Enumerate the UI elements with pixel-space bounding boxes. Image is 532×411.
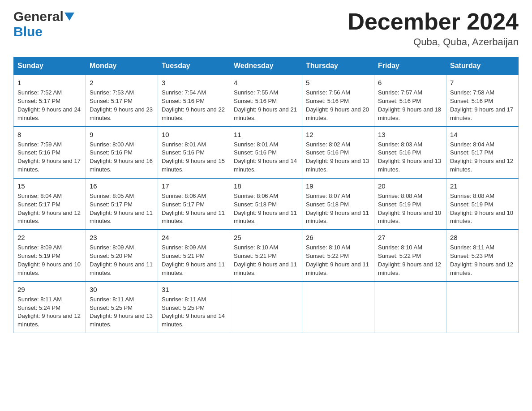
day-number: 16 bbox=[90, 181, 154, 191]
day-info: Sunrise: 7:52 AMSunset: 5:17 PMDaylight:… bbox=[17, 89, 81, 121]
day-number: 20 bbox=[378, 181, 442, 191]
day-number: 14 bbox=[450, 130, 515, 139]
day-number: 22 bbox=[17, 233, 82, 242]
table-row: 25Sunrise: 8:10 AMSunset: 5:21 PMDayligh… bbox=[230, 230, 302, 281]
day-info: Sunrise: 7:54 AMSunset: 5:16 PMDaylight:… bbox=[162, 89, 225, 121]
table-row: 29Sunrise: 8:11 AMSunset: 5:24 PMDayligh… bbox=[14, 282, 86, 333]
table-row: 26Sunrise: 8:10 AMSunset: 5:22 PMDayligh… bbox=[302, 230, 374, 281]
day-info: Sunrise: 8:06 AMSunset: 5:18 PMDaylight:… bbox=[234, 193, 297, 225]
day-number: 30 bbox=[90, 285, 154, 294]
calendar-week-row: 1Sunrise: 7:52 AMSunset: 5:17 PMDaylight… bbox=[14, 75, 519, 126]
day-number: 17 bbox=[162, 181, 226, 191]
col-sunday: Sunday bbox=[14, 57, 86, 75]
logo-triangle-icon bbox=[64, 13, 74, 22]
day-info: Sunrise: 8:11 AMSunset: 5:23 PMDaylight:… bbox=[450, 244, 513, 276]
table-row: 17Sunrise: 8:06 AMSunset: 5:17 PMDayligh… bbox=[158, 178, 230, 230]
day-info: Sunrise: 8:11 AMSunset: 5:25 PMDaylight:… bbox=[90, 296, 153, 328]
day-number: 13 bbox=[378, 130, 442, 139]
day-number: 31 bbox=[162, 285, 226, 294]
table-row: 16Sunrise: 8:05 AMSunset: 5:17 PMDayligh… bbox=[86, 178, 158, 230]
day-info: Sunrise: 8:08 AMSunset: 5:19 PMDaylight:… bbox=[378, 193, 441, 225]
day-number: 8 bbox=[17, 130, 82, 139]
day-number: 12 bbox=[306, 130, 370, 139]
day-info: Sunrise: 8:03 AMSunset: 5:16 PMDaylight:… bbox=[378, 141, 441, 173]
table-row bbox=[230, 282, 302, 333]
day-number: 5 bbox=[306, 78, 370, 87]
day-number: 26 bbox=[306, 233, 370, 242]
day-info: Sunrise: 8:11 AMSunset: 5:25 PMDaylight:… bbox=[162, 296, 225, 328]
calendar-week-row: 15Sunrise: 8:04 AMSunset: 5:17 PMDayligh… bbox=[14, 178, 519, 230]
day-number: 6 bbox=[378, 78, 442, 87]
table-row: 23Sunrise: 8:09 AMSunset: 5:20 PMDayligh… bbox=[86, 230, 158, 281]
table-row: 5Sunrise: 7:56 AMSunset: 5:16 PMDaylight… bbox=[302, 75, 374, 126]
page-header: General Blue December 2024 Quba, Quba, A… bbox=[13, 9, 519, 48]
table-row: 15Sunrise: 8:04 AMSunset: 5:17 PMDayligh… bbox=[14, 178, 86, 230]
day-number: 9 bbox=[90, 130, 154, 139]
month-title: December 2024 bbox=[348, 9, 519, 34]
day-info: Sunrise: 7:56 AMSunset: 5:16 PMDaylight:… bbox=[306, 89, 369, 121]
calendar-body: 1Sunrise: 7:52 AMSunset: 5:17 PMDaylight… bbox=[14, 75, 519, 333]
day-number: 29 bbox=[17, 285, 82, 294]
day-info: Sunrise: 8:04 AMSunset: 5:17 PMDaylight:… bbox=[17, 193, 81, 225]
day-number: 2 bbox=[90, 78, 154, 87]
table-row: 19Sunrise: 8:07 AMSunset: 5:18 PMDayligh… bbox=[302, 178, 374, 230]
logo-blue-text: Blue bbox=[13, 24, 43, 39]
day-info: Sunrise: 8:10 AMSunset: 5:22 PMDaylight:… bbox=[306, 244, 369, 276]
table-row: 13Sunrise: 8:03 AMSunset: 5:16 PMDayligh… bbox=[374, 127, 446, 178]
table-row: 6Sunrise: 7:57 AMSunset: 5:16 PMDaylight… bbox=[374, 75, 446, 126]
table-row: 1Sunrise: 7:52 AMSunset: 5:17 PMDaylight… bbox=[14, 75, 86, 126]
calendar-week-row: 8Sunrise: 7:59 AMSunset: 5:16 PMDaylight… bbox=[14, 127, 519, 178]
day-info: Sunrise: 7:58 AMSunset: 5:16 PMDaylight:… bbox=[450, 89, 513, 121]
day-info: Sunrise: 8:09 AMSunset: 5:19 PMDaylight:… bbox=[17, 244, 81, 276]
day-info: Sunrise: 8:00 AMSunset: 5:16 PMDaylight:… bbox=[90, 141, 153, 173]
table-row: 20Sunrise: 8:08 AMSunset: 5:19 PMDayligh… bbox=[374, 178, 446, 230]
table-row: 3Sunrise: 7:54 AMSunset: 5:16 PMDaylight… bbox=[158, 75, 230, 126]
table-row bbox=[374, 282, 446, 333]
table-row: 14Sunrise: 8:04 AMSunset: 5:17 PMDayligh… bbox=[446, 127, 519, 178]
day-number: 1 bbox=[17, 78, 82, 87]
day-number: 24 bbox=[162, 233, 226, 242]
table-row: 31Sunrise: 8:11 AMSunset: 5:25 PMDayligh… bbox=[158, 282, 230, 333]
table-row: 8Sunrise: 7:59 AMSunset: 5:16 PMDaylight… bbox=[14, 127, 86, 178]
logo-general-text: General bbox=[13, 9, 64, 24]
day-info: Sunrise: 8:01 AMSunset: 5:16 PMDaylight:… bbox=[162, 141, 225, 173]
calendar-header: Sunday Monday Tuesday Wednesday Thursday… bbox=[14, 57, 519, 75]
day-number: 10 bbox=[162, 130, 226, 139]
day-number: 7 bbox=[450, 78, 515, 87]
svg-marker-0 bbox=[64, 13, 74, 21]
col-monday: Monday bbox=[86, 57, 158, 75]
table-row: 12Sunrise: 8:02 AMSunset: 5:16 PMDayligh… bbox=[302, 127, 374, 178]
table-row: 10Sunrise: 8:01 AMSunset: 5:16 PMDayligh… bbox=[158, 127, 230, 178]
calendar-table: Sunday Monday Tuesday Wednesday Thursday… bbox=[13, 57, 519, 333]
col-tuesday: Tuesday bbox=[158, 57, 230, 75]
day-info: Sunrise: 8:05 AMSunset: 5:17 PMDaylight:… bbox=[90, 193, 153, 225]
calendar-week-row: 29Sunrise: 8:11 AMSunset: 5:24 PMDayligh… bbox=[14, 282, 519, 333]
day-number: 18 bbox=[234, 181, 298, 191]
day-info: Sunrise: 7:59 AMSunset: 5:16 PMDaylight:… bbox=[17, 141, 81, 173]
table-row: 7Sunrise: 7:58 AMSunset: 5:16 PMDaylight… bbox=[446, 75, 519, 126]
table-row: 28Sunrise: 8:11 AMSunset: 5:23 PMDayligh… bbox=[446, 230, 519, 281]
table-row bbox=[446, 282, 519, 333]
day-info: Sunrise: 8:09 AMSunset: 5:21 PMDaylight:… bbox=[162, 244, 225, 276]
calendar-week-row: 22Sunrise: 8:09 AMSunset: 5:19 PMDayligh… bbox=[14, 230, 519, 281]
table-row: 2Sunrise: 7:53 AMSunset: 5:17 PMDaylight… bbox=[86, 75, 158, 126]
table-row: 18Sunrise: 8:06 AMSunset: 5:18 PMDayligh… bbox=[230, 178, 302, 230]
table-row: 27Sunrise: 8:10 AMSunset: 5:22 PMDayligh… bbox=[374, 230, 446, 281]
day-number: 25 bbox=[234, 233, 298, 242]
day-number: 4 bbox=[234, 78, 298, 87]
table-row: 4Sunrise: 7:55 AMSunset: 5:16 PMDaylight… bbox=[230, 75, 302, 126]
day-header-row: Sunday Monday Tuesday Wednesday Thursday… bbox=[14, 57, 519, 75]
day-info: Sunrise: 8:04 AMSunset: 5:17 PMDaylight:… bbox=[450, 141, 513, 173]
day-info: Sunrise: 7:57 AMSunset: 5:16 PMDaylight:… bbox=[378, 89, 441, 121]
col-friday: Friday bbox=[374, 57, 446, 75]
table-row: 21Sunrise: 8:08 AMSunset: 5:19 PMDayligh… bbox=[446, 178, 519, 230]
table-row: 24Sunrise: 8:09 AMSunset: 5:21 PMDayligh… bbox=[158, 230, 230, 281]
table-row bbox=[302, 282, 374, 333]
day-number: 3 bbox=[162, 78, 226, 87]
day-info: Sunrise: 8:10 AMSunset: 5:21 PMDaylight:… bbox=[234, 244, 297, 276]
day-info: Sunrise: 7:55 AMSunset: 5:16 PMDaylight:… bbox=[234, 89, 297, 121]
day-number: 27 bbox=[378, 233, 442, 242]
day-info: Sunrise: 8:09 AMSunset: 5:20 PMDaylight:… bbox=[90, 244, 153, 276]
day-number: 19 bbox=[306, 181, 370, 191]
title-section: December 2024 Quba, Quba, Azerbaijan bbox=[348, 9, 519, 48]
